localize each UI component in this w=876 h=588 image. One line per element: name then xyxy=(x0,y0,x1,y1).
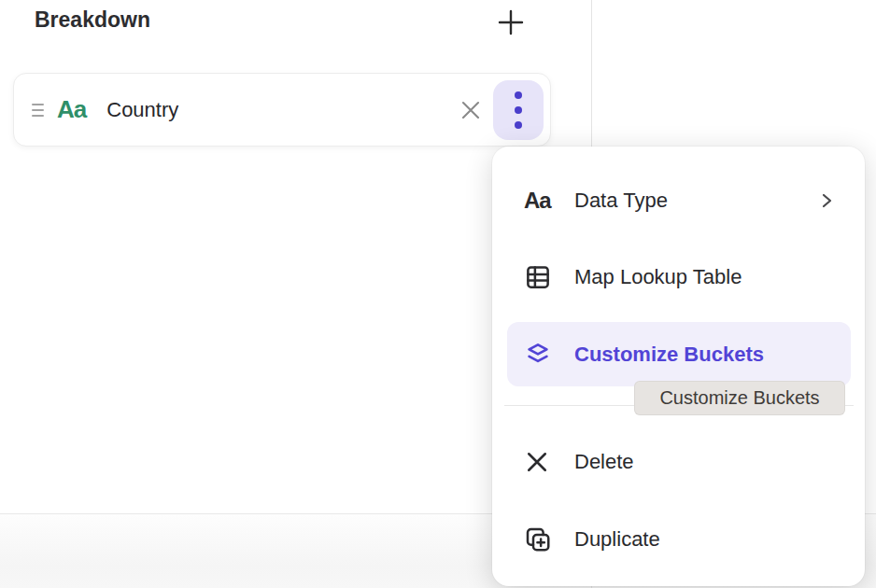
breakdown-panel: Breakdown Aa Country Aa Data Type xyxy=(0,0,876,588)
data-type-badge: Aa xyxy=(57,95,86,124)
copy-plus-icon xyxy=(524,525,574,553)
plus-icon xyxy=(497,8,525,36)
menu-item-label: Delete xyxy=(574,450,634,474)
breakdown-field-card[interactable]: Aa Country xyxy=(13,73,551,147)
menu-item-data-type[interactable]: Aa Data Type xyxy=(492,168,865,233)
chevron-right-icon xyxy=(818,192,835,209)
field-options-kebab-button[interactable] xyxy=(493,80,544,140)
page-title: Breakdown xyxy=(35,7,150,33)
customize-buckets-tooltip: Customize Buckets xyxy=(634,381,845,415)
remove-field-button[interactable] xyxy=(454,93,487,127)
drag-handle-icon[interactable] xyxy=(32,104,44,117)
menu-item-customize-buckets[interactable]: Customize Buckets xyxy=(507,322,851,386)
menu-item-label: Data Type xyxy=(574,189,668,213)
close-icon xyxy=(459,99,482,121)
menu-item-delete[interactable]: Delete xyxy=(492,429,865,495)
add-breakdown-button[interactable] xyxy=(494,6,528,39)
kebab-icon xyxy=(515,91,522,129)
data-type-icon: Aa xyxy=(524,188,551,214)
field-name-label: Country xyxy=(106,98,454,122)
layers-icon xyxy=(524,341,574,369)
menu-item-map-lookup-table[interactable]: Map Lookup Table xyxy=(492,245,865,310)
x-icon xyxy=(524,449,574,475)
tooltip-text: Customize Buckets xyxy=(659,387,819,409)
menu-item-label: Map Lookup Table xyxy=(574,265,742,289)
table-icon xyxy=(524,263,574,291)
menu-item-label: Duplicate xyxy=(574,527,660,552)
menu-item-duplicate[interactable]: Duplicate xyxy=(492,507,865,572)
menu-item-label: Customize Buckets xyxy=(574,343,764,367)
field-options-context-menu: Aa Data Type Map Lookup Table xyxy=(492,147,865,586)
